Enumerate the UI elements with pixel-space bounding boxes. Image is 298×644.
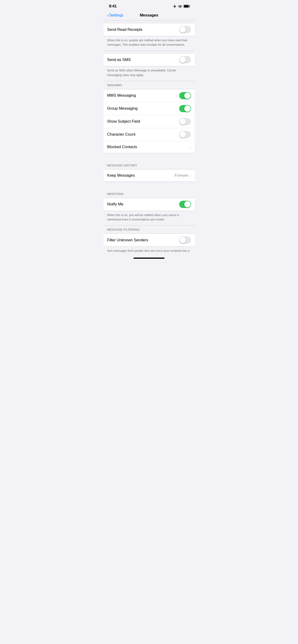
filter-unknown-senders-row: Filter Unknown Senders bbox=[104, 234, 195, 246]
home-bar bbox=[133, 258, 165, 259]
back-label: Settings bbox=[109, 13, 123, 18]
send-read-receipts-row: Send Read Receipts bbox=[104, 23, 195, 36]
message-history-header-text: MESSAGE HISTORY bbox=[107, 164, 137, 167]
group-messaging-row: Group Messaging bbox=[104, 102, 195, 115]
filter-unknown-senders-label: Filter Unknown Senders bbox=[107, 238, 148, 242]
page-title: Messages bbox=[140, 13, 158, 18]
toggle-knob bbox=[184, 201, 191, 208]
message-history-header: MESSAGE HISTORY bbox=[104, 161, 195, 169]
notify-me-row: Notify Me bbox=[104, 198, 195, 211]
mms-messaging-label: MMS Messaging bbox=[107, 93, 136, 98]
svg-rect-1 bbox=[189, 6, 190, 7]
filter-unknown-senders-toggle[interactable] bbox=[179, 236, 191, 244]
toggle-knob bbox=[180, 56, 186, 63]
send-as-sms-desc-text: Send as SMS when iMessage is unavailable… bbox=[107, 68, 176, 76]
sms-mms-header: SMS/MMS bbox=[104, 81, 195, 89]
show-subject-field-label: Show Subject Field bbox=[107, 119, 140, 124]
blocked-contacts-chevron-icon: › bbox=[190, 145, 191, 149]
send-as-sms-group: Send as SMS bbox=[104, 53, 195, 66]
notify-me-toggle[interactable] bbox=[179, 201, 191, 208]
svg-rect-2 bbox=[184, 5, 188, 8]
send-read-receipts-description: When this is on, people are notified whe… bbox=[104, 36, 195, 51]
show-subject-field-row: Show Subject Field bbox=[104, 115, 195, 128]
back-button[interactable]: ‹ Settings bbox=[107, 13, 123, 18]
keep-messages-label: Keep Messages bbox=[107, 173, 135, 178]
send-as-sms-toggle[interactable] bbox=[179, 56, 191, 63]
keep-messages-row[interactable]: Keep Messages Forever › bbox=[104, 170, 195, 182]
mms-messaging-toggle[interactable] bbox=[179, 92, 191, 99]
sms-mms-group: MMS Messaging Group Messaging Show Subje… bbox=[104, 89, 195, 153]
filter-partial-description: Sort messages from people who are not in… bbox=[104, 247, 195, 253]
airplane-icon bbox=[173, 4, 177, 8]
keep-messages-chevron-icon: › bbox=[190, 173, 191, 178]
send-as-sms-description: Send as SMS when iMessage is unavailable… bbox=[104, 66, 195, 81]
sms-mms-header-text: SMS/MMS bbox=[107, 84, 122, 87]
wifi-icon bbox=[178, 5, 182, 8]
filter-unknown-senders-group: Filter Unknown Senders bbox=[104, 234, 195, 247]
notify-me-desc-text: When this is on, you will be notified wh… bbox=[107, 213, 179, 221]
toggle-knob bbox=[180, 237, 186, 243]
group-messaging-label: Group Messaging bbox=[107, 106, 138, 111]
group-messaging-toggle[interactable] bbox=[179, 105, 191, 112]
send-read-receipts-label: Send Read Receipts bbox=[107, 27, 143, 32]
toggle-knob bbox=[180, 132, 186, 138]
status-bar: 9:41 bbox=[104, 0, 195, 11]
show-subject-field-toggle[interactable] bbox=[179, 118, 191, 125]
keep-messages-value-wrap: Forever › bbox=[175, 173, 191, 178]
notify-me-description: When this is on, you will be notified wh… bbox=[104, 211, 195, 226]
nav-bar: ‹ Settings Messages bbox=[104, 11, 195, 21]
battery-icon bbox=[184, 5, 190, 8]
send-read-receipts-group: Send Read Receipts bbox=[104, 23, 195, 36]
mms-messaging-row: MMS Messaging bbox=[104, 89, 195, 102]
send-read-receipts-desc-text: When this is on, people are notified whe… bbox=[107, 38, 188, 46]
settings-content: Send Read Receipts When this is on, peop… bbox=[104, 21, 195, 253]
back-chevron-icon: ‹ bbox=[107, 12, 109, 18]
mentions-header: MENTIONS bbox=[104, 190, 195, 198]
message-filtering-header: MESSAGE FILTERING bbox=[104, 226, 195, 234]
keep-messages-value: Forever bbox=[175, 173, 188, 178]
toggle-knob bbox=[184, 106, 191, 112]
character-count-row: Character Count bbox=[104, 128, 195, 141]
character-count-toggle[interactable] bbox=[179, 131, 191, 138]
status-icons bbox=[173, 4, 190, 8]
mentions-header-text: MENTIONS bbox=[107, 192, 124, 196]
home-indicator bbox=[104, 253, 195, 261]
toggle-knob bbox=[180, 26, 186, 33]
status-time: 9:41 bbox=[109, 4, 117, 8]
notify-me-group: Notify Me bbox=[104, 198, 195, 211]
send-read-receipts-toggle[interactable] bbox=[179, 26, 191, 33]
send-as-sms-label: Send as SMS bbox=[107, 58, 131, 62]
blocked-contacts-label: Blocked Contacts bbox=[107, 145, 137, 149]
keep-messages-group: Keep Messages Forever › bbox=[104, 169, 195, 182]
filter-partial-desc-text: Sort messages from people who are not in… bbox=[107, 249, 189, 252]
blocked-contacts-row[interactable]: Blocked Contacts › bbox=[104, 141, 195, 153]
message-filtering-header-text: MESSAGE FILTERING bbox=[107, 228, 140, 231]
toggle-knob bbox=[184, 92, 191, 99]
send-as-sms-row: Send as SMS bbox=[104, 53, 195, 66]
character-count-label: Character Count bbox=[107, 132, 136, 137]
toggle-knob bbox=[180, 118, 186, 125]
notify-me-label: Notify Me bbox=[107, 202, 123, 206]
